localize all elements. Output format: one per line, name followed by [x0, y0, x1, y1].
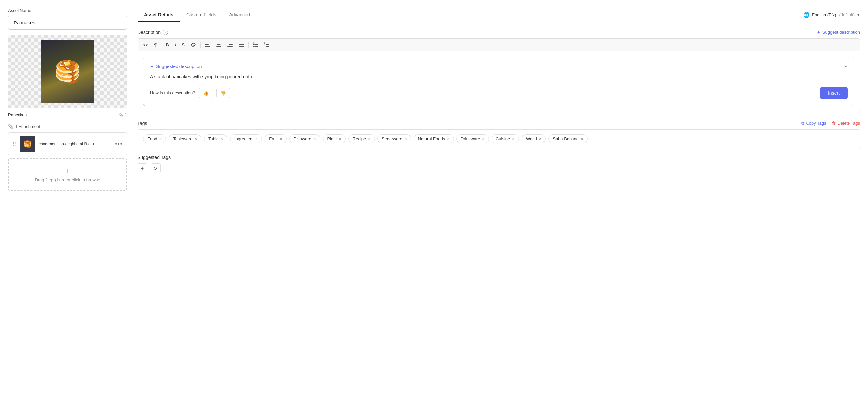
plus-icon: + [141, 166, 144, 171]
suggested-desc-header: ✦ Suggested description × [150, 63, 847, 69]
tab-asset-details[interactable]: Asset Details [137, 8, 180, 22]
copy-tags-button[interactable]: ⧉ Copy Tags [801, 121, 826, 126]
description-section-header: Description ? ✦ Suggest description [137, 30, 860, 35]
toolbar-italic-button[interactable]: I [172, 41, 179, 49]
tag-remove-button[interactable]: × [512, 137, 515, 141]
suggested-description-card: ✦ Suggested description × A stack of pan… [143, 57, 855, 106]
tag-remove-button[interactable]: × [482, 137, 485, 141]
toolbar-justify-button[interactable] [236, 41, 247, 48]
toolbar-align-right-button[interactable] [225, 41, 235, 48]
editor-body[interactable]: ✦ Suggested description × A stack of pan… [137, 51, 860, 112]
thumbs-up-button[interactable]: 👍 [199, 88, 213, 98]
delete-tags-button[interactable]: 🗑 Delete Tags [832, 121, 860, 126]
refresh-icon: ⟳ [154, 166, 158, 171]
tags-container: Food×Tableware×Table×Ingredient×Fruit×Di… [137, 130, 860, 148]
svg-rect-7 [229, 44, 233, 45]
sparkle-icon: ✦ [817, 30, 821, 35]
feedback-label: How is this description? [150, 90, 195, 95]
tag-label: Fruit [269, 136, 278, 141]
toolbar-link-button[interactable] [188, 41, 199, 49]
tag-remove-button[interactable]: × [339, 137, 341, 141]
tag-remove-button[interactable]: × [447, 137, 450, 141]
toolbar-align-center-button[interactable] [214, 41, 224, 48]
refresh-suggested-tags-button[interactable]: ⟳ [151, 164, 161, 173]
tag-label: Ingredient [235, 136, 253, 141]
tag-remove-button[interactable]: × [195, 137, 197, 141]
toolbar-bold-button[interactable]: B [163, 41, 171, 49]
tag-label: Dishware [293, 136, 311, 141]
close-suggested-desc-button[interactable]: × [844, 63, 847, 69]
toolbar-list-ordered-button[interactable]: 1.2.3. [261, 41, 272, 48]
suggest-description-button[interactable]: ✦ Suggest description [817, 30, 860, 35]
tag-remove-button[interactable]: × [313, 137, 316, 141]
tag-remove-button[interactable]: × [404, 137, 407, 141]
tag-remove-button[interactable]: × [159, 137, 162, 141]
tags-actions: ⧉ Copy Tags 🗑 Delete Tags [801, 121, 860, 126]
tags-header: Tags ⧉ Copy Tags 🗑 Delete Tags [137, 121, 860, 126]
tag-remove-button[interactable]: × [581, 137, 583, 141]
right-panel: Asset Details Custom Fields Advanced 🌐 E… [137, 8, 860, 391]
tag-chip: Plate× [323, 134, 346, 143]
tag-chip: Natural Foods× [414, 134, 454, 143]
language-selector[interactable]: 🌐 English (EN) (default) ▼ [803, 11, 860, 18]
tag-remove-button[interactable]: × [280, 137, 282, 141]
drop-zone[interactable]: + Drag file(s) here or click to browse [8, 158, 127, 191]
thumbs-down-button[interactable]: 👎 [216, 88, 230, 98]
svg-rect-19 [266, 43, 269, 44]
svg-rect-21 [266, 44, 269, 45]
attachment-count-badge: 📎 1 [118, 113, 127, 117]
suggested-tags-actions: + ⟳ [137, 164, 860, 173]
feedback-left: How is this description? 👍 👎 [150, 88, 230, 98]
description-label: Description ? [137, 30, 168, 35]
toolbar-divider-2 [200, 42, 200, 48]
lang-default: (default) [839, 12, 855, 17]
tag-remove-button[interactable]: × [220, 137, 223, 141]
toolbar-divider-1 [161, 42, 161, 48]
tab-advanced[interactable]: Advanced [222, 8, 256, 22]
svg-rect-11 [239, 46, 244, 47]
svg-rect-4 [217, 44, 220, 45]
tag-remove-button[interactable]: × [255, 137, 258, 141]
svg-rect-3 [216, 43, 221, 44]
drop-zone-plus-icon: + [17, 167, 118, 175]
toolbar-strikethrough-button[interactable]: S [179, 41, 187, 49]
svg-rect-0 [205, 43, 210, 44]
asset-filename: Pancakes [8, 113, 27, 117]
svg-text:3.: 3. [264, 45, 266, 47]
tags-section: Tags ⧉ Copy Tags 🗑 Delete Tags Food×Tabl… [137, 121, 860, 148]
attachment-filename: chad-montano-eeqbbemH9-c-u... [39, 142, 112, 146]
help-icon[interactable]: ? [163, 30, 168, 35]
svg-rect-1 [205, 44, 209, 45]
tabs-container: Asset Details Custom Fields Advanced [137, 8, 256, 22]
toolbar-heading-button[interactable]: ¶ [151, 41, 159, 49]
tag-chip: Dishware× [289, 134, 320, 143]
trash-icon: 🗑 [832, 121, 836, 126]
add-suggested-tag-button[interactable]: + [137, 164, 148, 173]
tag-chip: Cuisine× [492, 134, 519, 143]
tag-label: Natural Foods [418, 136, 445, 141]
suggested-desc-title: ✦ Suggested description [150, 64, 202, 69]
tag-label: Table [208, 136, 218, 141]
tag-chip: Saba Banana× [548, 134, 587, 143]
toolbar-code-button[interactable]: <> [141, 41, 151, 49]
tab-custom-fields[interactable]: Custom Fields [180, 8, 222, 22]
tag-chip: Tableware× [168, 134, 201, 143]
tag-label: Food [148, 136, 157, 141]
attachments-section: 📎 1 Attachment ⠿ 🥞 chad-montano-eeqbbemH… [8, 124, 127, 191]
insert-button[interactable]: Insert [820, 87, 847, 99]
tag-chip: Drinkware× [457, 134, 489, 143]
toolbar-list-unordered-button[interactable] [250, 41, 261, 48]
tag-label: Drinkware [461, 136, 480, 141]
asset-name-input[interactable] [8, 16, 127, 30]
tag-chip: Fruit× [265, 134, 286, 143]
svg-rect-6 [227, 43, 233, 44]
image-preview-container [8, 35, 127, 108]
tag-chip: Food× [143, 134, 166, 143]
tag-remove-button[interactable]: × [539, 137, 542, 141]
toolbar-align-left-button[interactable] [202, 41, 213, 48]
attachment-thumbnail: 🥞 [20, 136, 35, 152]
tag-remove-button[interactable]: × [368, 137, 371, 141]
attachment-more-button[interactable]: ••• [115, 141, 123, 147]
drag-handle-icon[interactable]: ⠿ [12, 141, 16, 147]
svg-rect-15 [254, 44, 258, 45]
